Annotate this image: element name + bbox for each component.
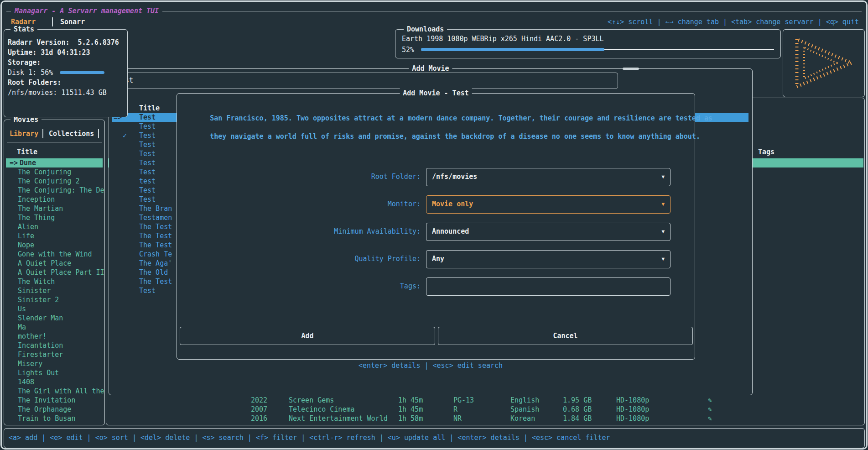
list-item[interactable]: Ma bbox=[18, 323, 105, 332]
list-item[interactable]: Gone with the Wind bbox=[18, 250, 105, 259]
downloads-panel-title: Downloads bbox=[404, 25, 447, 34]
cell-studio: Next Entertainment World bbox=[289, 414, 388, 423]
library-title-header: Title bbox=[17, 147, 37, 157]
table-row[interactable]: 2016Next Entertainment World1h 58mNRKore… bbox=[106, 414, 864, 423]
list-item[interactable]: Slender Man bbox=[18, 314, 105, 323]
field-label: Root Folder: bbox=[177, 172, 421, 181]
description-line1: San Francisco, 1985. Two opposites attra… bbox=[210, 114, 712, 122]
stats-line: Storage: bbox=[8, 58, 41, 67]
cell-size: 1.84 GB bbox=[563, 414, 592, 423]
downloads-panel: Downloads Earth 1998 1080p WEBRip x265 H… bbox=[395, 29, 781, 58]
result-row[interactable]: The Aga' bbox=[139, 259, 178, 268]
dropdown-arrow-icon: ▼ bbox=[661, 229, 665, 235]
movie-search-input[interactable]: test bbox=[112, 73, 618, 89]
list-item[interactable]: A Quiet Place Part II bbox=[18, 268, 105, 277]
list-item[interactable]: The Martian bbox=[18, 204, 105, 213]
result-row[interactable]: Test bbox=[139, 186, 178, 195]
stats-line: Root Folders: bbox=[8, 78, 61, 87]
list-item[interactable]: A Quiet Place bbox=[18, 259, 105, 268]
list-item[interactable]: The Thing bbox=[18, 213, 105, 222]
cell-rating: PG-13 bbox=[453, 396, 474, 405]
dropdown-arrow-icon: ▼ bbox=[661, 174, 665, 180]
result-row[interactable]: Test bbox=[139, 158, 178, 167]
tab-collections[interactable]: Collections bbox=[49, 129, 94, 138]
list-item[interactable]: Misery bbox=[18, 359, 105, 368]
list-item[interactable]: 1408 bbox=[18, 377, 105, 387]
movie-description: San Francisco, 1985. Two opposites attra… bbox=[177, 105, 695, 150]
field-tags[interactable] bbox=[426, 277, 670, 296]
result-row[interactable]: test bbox=[139, 177, 178, 186]
field-label: Quality Profile: bbox=[177, 254, 421, 263]
result-row[interactable]: Crash Te bbox=[139, 250, 178, 259]
list-item[interactable]: Alien bbox=[18, 222, 105, 231]
result-row[interactable]: Test bbox=[139, 195, 178, 204]
list-item[interactable]: Train to Busan bbox=[18, 414, 105, 423]
field-value: /nfs/movies bbox=[432, 173, 477, 181]
cell-quality: HD-1080p bbox=[616, 414, 649, 423]
tab-sonarr[interactable]: Sonarr bbox=[60, 17, 85, 26]
managarr-app: Tags 2022Screen Gems1h 45mPG-13English1.… bbox=[0, 0, 868, 450]
field-root-folder[interactable]: /nfs/movies▼ bbox=[426, 168, 670, 186]
result-row[interactable]: The Test bbox=[139, 277, 178, 286]
list-item[interactable]: Sinister 2 bbox=[18, 295, 105, 304]
table-row[interactable]: 2007Telecinco Cinema1h 45mRSpanish0.68 G… bbox=[106, 405, 864, 414]
list-item[interactable]: Sinister bbox=[18, 286, 105, 295]
logo-panel bbox=[783, 29, 865, 97]
list-item[interactable]: Us bbox=[18, 304, 105, 314]
list-item[interactable]: Life bbox=[18, 231, 105, 241]
field-monitor[interactable]: Movie only▼ bbox=[426, 195, 670, 214]
tag-icon: ✎ bbox=[708, 414, 712, 423]
list-item[interactable]: The Conjuring: The De bbox=[18, 186, 105, 195]
keybindings-bar: <a> add | <e> edit | <o> sort | <del> de… bbox=[4, 428, 865, 448]
cell-studio: Screen Gems bbox=[289, 396, 334, 405]
list-item[interactable]: Incantation bbox=[18, 341, 105, 350]
tab-divider-2 bbox=[98, 129, 99, 138]
result-row[interactable]: The Bran bbox=[139, 204, 178, 213]
result-row[interactable]: The Test bbox=[139, 241, 178, 250]
result-row[interactable]: Test bbox=[139, 131, 178, 140]
tags-column-header: Tags bbox=[758, 147, 774, 157]
result-row[interactable]: The Old bbox=[139, 268, 178, 277]
list-item[interactable]: Nope bbox=[18, 241, 105, 250]
list-item[interactable]: The Witch bbox=[18, 277, 105, 286]
list-item[interactable]: The Conjuring bbox=[18, 167, 105, 177]
managarr-logo bbox=[790, 36, 858, 90]
result-title: Test bbox=[139, 113, 156, 122]
list-item[interactable]: Lights Out bbox=[18, 368, 105, 377]
result-row[interactable]: The Test bbox=[139, 231, 178, 241]
cell-runtime: 1h 45m bbox=[398, 396, 423, 405]
scrollbar-thumb[interactable] bbox=[623, 68, 639, 70]
add-button[interactable]: Add bbox=[180, 327, 435, 345]
tabs-separator-line bbox=[7, 142, 102, 142]
list-item[interactable]: mother! bbox=[18, 332, 105, 341]
result-row[interactable]: The Test bbox=[139, 222, 178, 231]
result-row[interactable]: Test bbox=[139, 140, 178, 149]
cancel-button[interactable]: Cancel bbox=[438, 327, 693, 345]
add-movie-panel-title: Add Movie bbox=[409, 64, 452, 73]
download-item-name: Earth 1998 1080p WEBRip x265 Hindi AAC2.… bbox=[402, 34, 604, 43]
list-item-selected[interactable]: =>Dune bbox=[6, 158, 103, 167]
cell-rating: NR bbox=[453, 414, 462, 423]
table-row[interactable]: 2022Screen Gems1h 45mPG-13English1.95 GB… bbox=[106, 396, 864, 405]
field-label: Tags: bbox=[177, 282, 421, 291]
list-item[interactable]: The Girl with All the bbox=[18, 387, 105, 396]
list-item[interactable]: Firestarter bbox=[18, 350, 105, 359]
stats-line: /nfs/movies: 11511.43 GB bbox=[8, 88, 107, 97]
cell-size: 0.68 GB bbox=[563, 405, 592, 414]
result-row[interactable]: Test bbox=[139, 149, 178, 158]
list-item[interactable]: The Orphanage bbox=[18, 405, 105, 414]
result-row[interactable]: Test bbox=[139, 167, 178, 177]
list-item[interactable]: The Conjuring 2 bbox=[18, 177, 105, 186]
tab-radarr[interactable]: Radarr bbox=[11, 17, 36, 26]
list-item[interactable]: The Invitation bbox=[18, 396, 105, 405]
dropdown-arrow-icon: ▼ bbox=[661, 256, 665, 262]
field-quality-profile[interactable]: Any▼ bbox=[426, 250, 670, 268]
result-row[interactable]: Testamen bbox=[139, 213, 178, 222]
cell-language: English bbox=[510, 396, 539, 405]
tab-library[interactable]: Library bbox=[10, 129, 38, 138]
result-row[interactable]: Test bbox=[139, 286, 178, 295]
field-minimum-availability[interactable]: Announced▼ bbox=[426, 223, 670, 241]
result-row[interactable]: Test bbox=[139, 122, 178, 131]
results-header-title: Title bbox=[139, 104, 160, 113]
list-item[interactable]: Inception bbox=[18, 195, 105, 204]
